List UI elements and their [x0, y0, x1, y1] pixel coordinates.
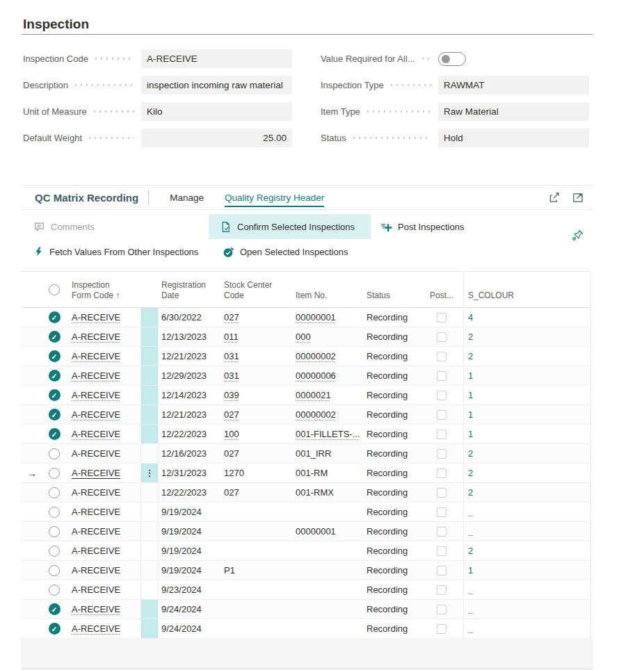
table-row[interactable]: ✓A-RECEIVE6/30/202202700000001Recording4 — [21, 308, 590, 327]
inspection-type-field[interactable]: RAWMAT — [438, 76, 589, 95]
s-colour-value[interactable]: 1 — [468, 409, 473, 420]
stock-center-code-link[interactable]: 031 — [224, 351, 239, 361]
stock-center-code-cell[interactable]: 100 — [221, 425, 291, 443]
stock-center-code-cell[interactable]: 027 — [221, 405, 291, 424]
s-colour-cell[interactable]: _ — [463, 522, 590, 541]
item-no-cell[interactable] — [291, 541, 362, 560]
status-field[interactable]: Hold — [438, 129, 589, 147]
comments-button[interactable]: Comments — [33, 214, 95, 239]
item-no-cell[interactable]: 0000021 — [291, 386, 362, 405]
row-unselected-icon[interactable] — [49, 507, 60, 518]
post-checkbox[interactable] — [437, 585, 446, 595]
post-checkbox[interactable] — [437, 546, 446, 556]
s-colour-cell[interactable]: 2 — [463, 464, 590, 482]
row-select-cell[interactable] — [45, 522, 64, 541]
stock-center-code-link[interactable]: 011 — [224, 332, 239, 342]
table-row[interactable]: ✓A-RECEIVE9/24/2024Recording_ — [21, 619, 590, 639]
row-select-cell[interactable] — [45, 580, 64, 599]
stock-center-code-cell[interactable]: 039 — [221, 386, 291, 405]
s-colour-cell[interactable]: _ — [463, 580, 590, 599]
post-checkbox[interactable] — [437, 391, 446, 400]
form-code-cell[interactable]: A-RECEIVE — [64, 502, 140, 521]
registration-date-cell[interactable]: 9/19/2024 — [159, 561, 221, 580]
form-code-link[interactable]: A-RECEIVE — [72, 312, 120, 322]
form-code-link[interactable]: A-RECEIVE — [72, 546, 120, 556]
s-colour-value[interactable]: _ — [468, 507, 473, 517]
fetch-values-button[interactable]: Fetch Values From Other Inspections — [33, 239, 198, 264]
row-menu-icon[interactable]: ⋮ — [145, 468, 154, 477]
form-code-link[interactable]: A-RECEIVE — [72, 604, 120, 614]
form-code-cell[interactable]: A-RECEIVE — [64, 405, 140, 424]
item-no-cell[interactable] — [291, 619, 362, 638]
column-header-s-colour[interactable]: S_COLOUR — [463, 272, 590, 307]
confirm-selected-inspections-button[interactable]: Confirm Selected Inspections — [209, 214, 371, 239]
item-no-link[interactable]: 00000001 — [296, 312, 336, 322]
row-selected-icon[interactable]: ✓ — [49, 311, 61, 323]
table-row[interactable]: ✓A-RECEIVE12/29/202303100000006Recording… — [21, 366, 590, 386]
form-code-link[interactable]: A-RECEIVE — [72, 507, 120, 517]
s-colour-value[interactable]: _ — [468, 604, 473, 614]
registration-date-cell[interactable]: 12/21/2023 — [159, 405, 221, 424]
s-colour-value[interactable]: 1 — [468, 429, 473, 439]
item-no-link[interactable]: 00000006 — [296, 370, 336, 381]
registration-date-cell[interactable]: 9/24/2024 — [159, 600, 221, 619]
item-no-cell[interactable]: 00000001 — [291, 522, 362, 541]
form-code-cell[interactable]: A-RECEIVE — [64, 580, 140, 599]
form-code-link[interactable]: A-RECEIVE — [72, 370, 120, 381]
column-header-status[interactable]: Status — [362, 272, 426, 307]
item-no-cell[interactable]: 00000002 — [291, 405, 362, 424]
row-select-cell[interactable]: ✓ — [45, 600, 64, 619]
row-select-cell[interactable] — [45, 483, 64, 502]
s-colour-cell[interactable]: 1 — [463, 561, 590, 580]
item-no-cell[interactable]: 001-FILLETS-... — [291, 425, 362, 443]
registration-date-cell[interactable]: 9/19/2024 — [159, 522, 221, 541]
post-checkbox[interactable] — [437, 605, 446, 614]
registration-date-cell[interactable]: 12/29/2023 — [159, 366, 221, 385]
row-select-cell[interactable]: ✓ — [45, 425, 64, 443]
row-select-cell[interactable]: ✓ — [45, 619, 64, 638]
table-row[interactable]: A-RECEIVE9/23/2024Recording_ — [21, 580, 590, 600]
registration-date-cell[interactable]: 9/19/2024 — [159, 502, 221, 521]
row-selected-icon[interactable]: ✓ — [49, 623, 61, 635]
form-code-link[interactable]: A-RECEIVE — [72, 332, 120, 342]
value-required-toggle[interactable] — [438, 52, 466, 66]
s-colour-value[interactable]: _ — [468, 623, 473, 634]
tab-manage[interactable]: Manage — [170, 185, 204, 210]
registration-date-cell[interactable]: 12/31/2023 — [159, 464, 221, 482]
stock-center-code-cell[interactable]: 027 — [221, 444, 291, 463]
row-select-cell[interactable] — [45, 541, 64, 560]
s-colour-cell[interactable]: _ — [463, 600, 590, 619]
item-no-link[interactable]: 00000002 — [296, 351, 336, 361]
stock-center-code-cell[interactable]: 031 — [221, 366, 291, 385]
s-colour-cell[interactable]: 2 — [463, 347, 590, 366]
row-unselected-icon[interactable] — [49, 487, 60, 498]
row-select-cell[interactable]: ✓ — [45, 366, 64, 385]
registration-date-cell[interactable]: 9/19/2024 — [159, 541, 221, 560]
registration-date-cell[interactable]: 12/16/2023 — [159, 444, 221, 463]
popout-icon[interactable] — [572, 191, 584, 204]
post-checkbox[interactable] — [437, 566, 446, 575]
table-row[interactable]: A-RECEIVE9/19/202400000001Recording_ — [21, 522, 590, 541]
select-all-circle[interactable] — [45, 272, 64, 307]
stock-center-code-cell[interactable] — [221, 522, 291, 541]
description-field[interactable]: inspection incoming raw material — [141, 76, 292, 95]
table-row[interactable]: →A-RECEIVE⋮12/31/20231270001-RMRecording… — [21, 464, 590, 483]
row-select-cell[interactable]: ✓ — [45, 386, 64, 405]
item-no-link[interactable]: 001-RM — [296, 468, 328, 478]
item-no-cell[interactable] — [291, 600, 362, 619]
item-no-cell[interactable]: 000 — [291, 327, 362, 346]
row-selected-icon[interactable]: ✓ — [49, 350, 61, 362]
stock-center-code-link[interactable]: 027 — [224, 448, 239, 459]
row-select-cell[interactable] — [45, 444, 64, 463]
post-checkbox[interactable] — [437, 332, 446, 342]
form-code-link[interactable]: A-RECEIVE — [72, 623, 120, 634]
form-code-cell[interactable]: A-RECEIVE — [64, 386, 140, 405]
post-checkbox[interactable] — [437, 624, 446, 634]
s-colour-value[interactable]: 2 — [468, 487, 473, 498]
row-selected-icon[interactable]: ✓ — [49, 409, 61, 420]
row-select-cell[interactable] — [45, 464, 64, 482]
form-code-cell[interactable]: A-RECEIVE — [64, 327, 140, 346]
form-code-cell[interactable]: A-RECEIVE — [64, 444, 140, 463]
stock-center-code-link[interactable]: 027 — [224, 487, 239, 498]
row-selected-icon[interactable]: ✓ — [49, 370, 61, 382]
